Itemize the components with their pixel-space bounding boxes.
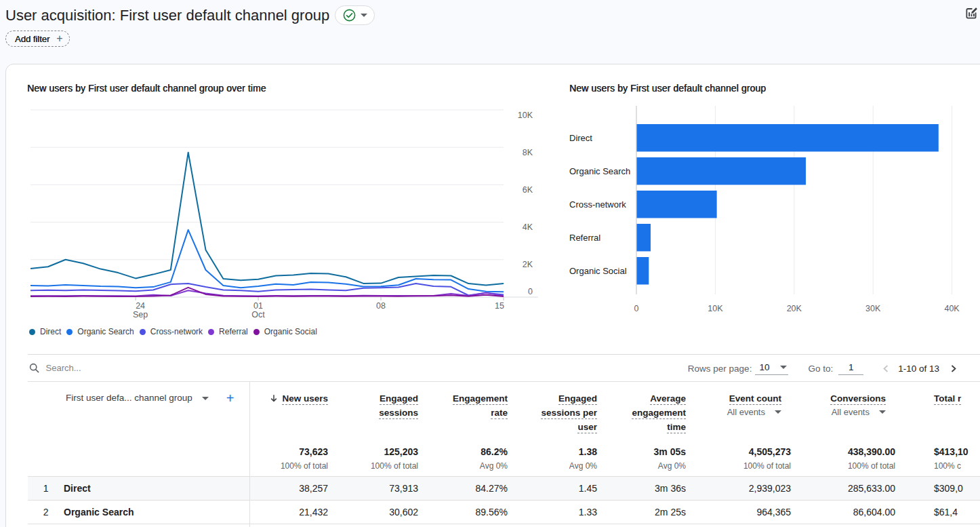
chevron-down-icon [775, 410, 781, 414]
edit-report-icon[interactable] [965, 7, 978, 20]
column-header-label: rate [491, 408, 508, 419]
bar-direct [637, 124, 939, 152]
page-title: User acquisition: First user default cha… [5, 6, 329, 25]
bar-referral [637, 224, 651, 252]
svg-text:6K: 6K [523, 185, 533, 195]
table-row[interactable]: 2Organic Search21,43230,60289.56%1.332m … [28, 500, 980, 524]
row-value: 285,633.00 [802, 483, 907, 494]
row-value: 84.27% [430, 483, 519, 494]
legend-dot [208, 329, 214, 335]
svg-text:10K: 10K [518, 111, 533, 120]
line-chart-legend: DirectOrganic SearchCross-networkReferra… [29, 327, 317, 336]
metric-column-header[interactable]: Engagementrate [430, 382, 519, 434]
table-totals-row: 73,623100% of total125,203100% of total8… [28, 432, 980, 476]
totals-cell: 73,623100% of total [249, 445, 340, 476]
svg-text:8K: 8K [523, 148, 533, 157]
prev-page-button[interactable] [878, 360, 894, 376]
metric-column-header[interactable]: New users [249, 382, 340, 434]
legend-label: Organic Social [264, 327, 317, 336]
column-header-label: engagement [632, 408, 686, 419]
column-header-label: user [577, 422, 597, 433]
column-header-label: Engaged [558, 393, 597, 405]
row-value: 2,939,023 [697, 483, 802, 494]
svg-text:40K: 40K [944, 304, 960, 313]
svg-text:10K: 10K [708, 304, 723, 313]
legend-label: Cross-network [150, 327, 203, 336]
totals-cell: $413,10100% c [907, 445, 973, 476]
goto-label: Go to: [808, 364, 833, 374]
table-search[interactable]: Search... [28, 363, 81, 373]
column-header-label: Total r [934, 393, 961, 405]
column-header-label: New users [282, 393, 328, 405]
legend-label: Referral [219, 327, 248, 336]
dimension-header[interactable]: First user defa... channel group + [55, 382, 249, 434]
legend-item: Referral [208, 327, 248, 336]
bar-organic-social [637, 257, 649, 285]
legend-item: Organic Search [66, 327, 134, 336]
svg-text:20K: 20K [787, 304, 802, 313]
row-number: 1 [28, 483, 56, 494]
bar-cross-network [637, 191, 717, 218]
row-value: $61,4 [907, 507, 973, 518]
row-value: 3m 36s [609, 483, 697, 494]
column-header-label: sessions per [541, 408, 597, 419]
row-number: 2 [28, 507, 56, 518]
legend-label: Direct [40, 327, 61, 336]
metric-column-header[interactable]: Total r [907, 382, 973, 434]
row-dimension: Organic Search [55, 507, 249, 518]
column-subfilter[interactable]: All events [697, 406, 802, 419]
ga4-report-page: User acquisition: First user default cha… [0, 0, 980, 527]
metric-column-header[interactable]: Engagedsessions [340, 382, 430, 434]
row-value: $309,0 [907, 483, 973, 494]
rows-per-page-value: 10 [759, 362, 769, 372]
row-value: 964,365 [697, 507, 802, 518]
totals-cell: 125,203100% of total [340, 445, 430, 476]
totals-cell: 86.2%Avg 0% [430, 445, 519, 476]
add-filter-label: Add filter [15, 34, 49, 44]
svg-text:0: 0 [634, 304, 639, 313]
svg-text:24: 24 [136, 301, 145, 311]
svg-text:Direct: Direct [569, 133, 592, 143]
svg-text:0: 0 [528, 287, 533, 296]
row-value: 2m 25s [609, 507, 697, 518]
add-dimension-button[interactable]: + [226, 391, 234, 405]
table-row[interactable]: 1Direct38,25773,91384.27%1.453m 36s2,939… [28, 476, 980, 501]
legend-dot [66, 329, 73, 335]
line-chart: 02K4K6K8K10K24Sep01Oct0815 [6, 64, 548, 354]
chevron-down-icon [202, 397, 209, 400]
row-value: 1.33 [519, 507, 609, 518]
row-value: 86,604.00 [802, 507, 907, 518]
row-value: 30,602 [340, 507, 430, 518]
bar-chart: 010K20K30K40KDirectOrganic SearchCross-n… [548, 64, 980, 354]
column-header-label: sessions [379, 408, 418, 419]
rows-per-page-select[interactable]: 10 [755, 362, 788, 375]
column-header-label: Conversions [830, 393, 886, 405]
metric-column-header[interactable]: Engagedsessions peruser [519, 382, 609, 434]
svg-text:Sep: Sep [133, 310, 148, 319]
svg-text:30K: 30K [865, 304, 881, 313]
row-dimension: Direct [55, 483, 249, 494]
search-placeholder: Search... [46, 363, 81, 373]
search-icon [29, 363, 39, 373]
table-toolbar: Search... Rows per page: 10 Go to: 1 [28, 355, 980, 382]
totals-cell: 438,390.00100% of total [802, 445, 907, 476]
report-status-badge[interactable] [335, 5, 375, 25]
column-header-label: Engagement [453, 393, 508, 405]
legend-item: Organic Social [253, 327, 317, 336]
metric-column-header[interactable]: ConversionsAll events [802, 382, 907, 434]
plus-icon: + [56, 33, 62, 44]
row-value: 38,257 [249, 483, 340, 494]
metric-column-header[interactable]: Averageengagementtime [609, 382, 697, 434]
chevron-down-icon [780, 366, 787, 369]
sort-descending-icon [270, 394, 278, 402]
report-card: New users by First user default channel … [5, 64, 980, 527]
svg-text:15: 15 [495, 301, 504, 311]
next-page-button[interactable] [945, 360, 961, 376]
metric-column-header[interactable]: Event countAll events [697, 382, 802, 434]
column-header-label: Engaged [380, 393, 418, 405]
add-filter-button[interactable]: Add filter + [5, 31, 70, 47]
column-subfilter[interactable]: All events [802, 406, 907, 419]
goto-page-input[interactable]: 1 [838, 362, 863, 375]
table-header-row: First user defa... channel group + New u… [28, 382, 980, 432]
rows-per-page-label: Rows per page: [688, 364, 752, 374]
